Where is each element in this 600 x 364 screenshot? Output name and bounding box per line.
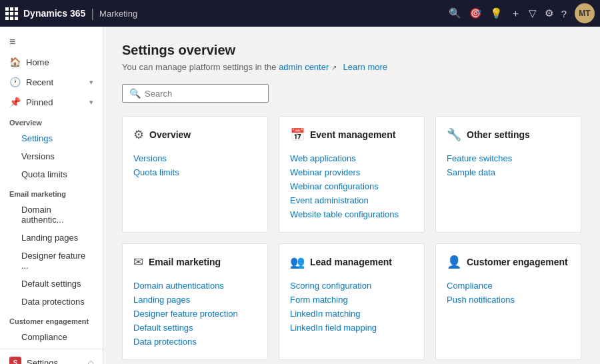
recent-chevron: ▾ [89,78,93,87]
pin-icon: 📌 [9,97,21,107]
other-card-icon: 🔧 [447,127,461,142]
sidebar-item-compliance[interactable]: Compliance [0,328,103,346]
other-card-title: Other settings [467,129,530,140]
lead-card-icon: 👥 [290,255,305,269]
main-content: Settings overview You can manage platfor… [103,27,600,364]
subtitle-text: You can manage platform settings in the [122,62,277,72]
event-link-admin[interactable]: Event administration [290,193,413,207]
settings-grid: ⚙ Overview Versions Quota limits 📅 Event… [122,116,581,364]
email-link-dataprotection[interactable]: Data protections [133,335,257,349]
event-card-icon: 📅 [290,127,305,142]
sidebar-item-recent[interactable]: 🕐 Recent ▾ [0,72,103,92]
email-card-icon: ✉ [133,255,143,269]
lightbulb-icon[interactable]: 💡 [490,7,503,19]
lead-link-form[interactable]: Form matching [290,293,413,307]
sidebar-bottom-chevron: ◇ [88,359,93,365]
recent-icon: 🕐 [9,77,21,87]
help-icon[interactable]: ? [561,8,567,19]
search-icon[interactable]: 🔍 [449,7,461,19]
search-bar[interactable]: 🔍 [122,84,269,103]
sidebar-quota-label: Quota limits [21,169,67,179]
card-other-header: 🔧 Other settings [447,127,570,142]
sidebar-item-versions[interactable]: Versions [0,147,103,165]
hamburger-icon: ≡ [9,36,15,48]
lead-link-scoring[interactable]: Scoring configuration [290,279,413,293]
event-link-website[interactable]: Website table configurations [290,207,413,221]
email-link-designer[interactable]: Designer feature protection [133,307,257,321]
overview-card-icon: ⚙ [133,127,144,142]
plus-icon[interactable]: ＋ [511,7,521,20]
sidebar-bottom: S Settings ◇ [0,349,103,364]
top-navigation: Dynamics 365 | Marketing 🔍 🎯 💡 ＋ ▽ ⚙ ? M… [0,0,600,27]
page-subtitle: You can manage platform settings in the … [122,62,581,72]
filter-icon[interactable]: ▽ [529,7,537,19]
overview-card-title: Overview [149,129,191,140]
app-body: ≡ 🏠 Home 🕐 Recent ▾ 📌 Pinned ▾ Overview … [0,27,600,364]
sidebar-designer-label: Designer feature ... [21,251,93,271]
card-lead-management: 👥 Lead management Scoring configuration … [279,243,425,360]
search-input[interactable] [145,89,261,99]
sidebar-item-default[interactable]: Default settings [0,275,103,293]
sidebar-landing-label: Landing pages [21,233,78,243]
card-overview: ⚙ Overview Versions Quota limits [122,116,268,233]
email-card-title: Email marketing [149,257,221,267]
app-launcher-icon[interactable] [5,7,18,20]
home-icon: 🏠 [9,57,21,67]
pinned-chevron: ▾ [89,98,93,107]
other-link-features[interactable]: Feature switches [447,151,570,165]
lead-link-linkedin[interactable]: LinkedIn matching [290,307,413,321]
event-link-webinar-configs[interactable]: Webinar configurations [290,179,413,193]
nav-divider: | [91,7,94,21]
email-link-landing[interactable]: Landing pages [133,293,257,307]
email-link-default[interactable]: Default settings [133,321,257,335]
email-link-domain[interactable]: Domain authentications [133,279,257,293]
event-link-webapps[interactable]: Web applications [290,151,413,165]
sidebar-item-dataprotection[interactable]: Data protections [0,293,103,311]
sidebar-settings-label: Settings [21,133,53,143]
card-lead-header: 👥 Lead management [290,255,413,269]
overview-link-quota[interactable]: Quota limits [133,165,257,179]
lead-link-linkedin-field[interactable]: LinkedIn field mapping [290,321,413,335]
sidebar-versions-label: Versions [21,151,55,161]
sidebar-domain-label: Domain authentic... [21,205,93,225]
sidebar-compliance-label: Compliance [21,332,67,342]
sidebar-home-label: Home [26,57,49,67]
external-link-icon: ↗ [331,64,337,71]
sidebar-dataprotection-label: Data protections [21,297,85,307]
nav-left: Dynamics 365 | Marketing [5,7,443,21]
sidebar-bottom-settings[interactable]: S Settings ◇ [0,352,103,364]
other-link-sample[interactable]: Sample data [447,165,570,179]
sidebar-item-domain[interactable]: Domain authentic... [0,201,103,229]
gear-icon[interactable]: ⚙ [545,7,553,19]
card-customer-header: 👤 Customer engagement [447,255,570,269]
sidebar-toggle[interactable]: ≡ [0,32,103,52]
customer-link-push[interactable]: Push notifications [447,293,570,307]
nav-icons: 🔍 🎯 💡 ＋ ▽ ⚙ ? MT [449,3,595,23]
page-title: Settings overview [122,43,581,58]
nav-module: Marketing [99,9,137,19]
sidebar-item-home[interactable]: 🏠 Home [0,52,103,72]
overview-link-versions[interactable]: Versions [133,151,257,165]
event-link-webinar-providers[interactable]: Webinar providers [290,165,413,179]
app-name[interactable]: Dynamics 365 [23,8,85,19]
customer-card-icon: 👤 [447,255,461,269]
search-bar-icon: 🔍 [129,88,141,99]
sidebar-item-landing[interactable]: Landing pages [0,229,103,247]
overview-section-title: Overview [0,112,103,129]
sidebar-bottom-label: Settings [27,358,58,365]
sidebar-recent-label: Recent [26,77,53,87]
event-card-title: Event management [310,129,395,140]
card-other-settings: 🔧 Other settings Feature switches Sample… [435,116,581,233]
sidebar-item-settings[interactable]: Settings [0,129,103,147]
sidebar-item-designer[interactable]: Designer feature ... [0,247,103,275]
settings-s-icon: S [9,357,21,364]
customer-link-compliance[interactable]: Compliance [447,279,570,293]
sidebar-item-quota[interactable]: Quota limits [0,165,103,183]
card-email-header: ✉ Email marketing [133,255,257,269]
target-icon[interactable]: 🎯 [469,7,482,19]
email-section-title: Email marketing [0,183,103,201]
learn-more-link[interactable]: Learn more [343,62,387,72]
admin-center-link[interactable]: admin center [279,62,329,72]
user-avatar[interactable]: MT [575,3,595,23]
sidebar-item-pinned[interactable]: 📌 Pinned ▾ [0,92,103,112]
